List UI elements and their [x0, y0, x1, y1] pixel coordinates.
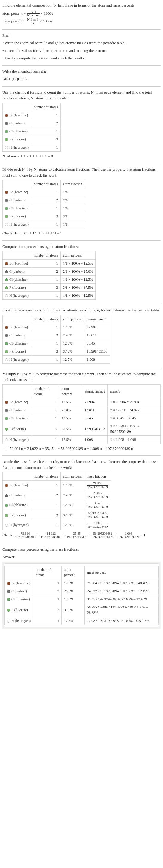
col-natoms: number of atoms — [31, 103, 60, 111]
element-dot-icon — [5, 438, 8, 441]
element-dot-icon — [5, 484, 8, 487]
cell-value: 1 — [31, 398, 59, 406]
element-dot-icon — [5, 294, 8, 298]
element-name: Br (bromine) — [9, 483, 28, 487]
cell-value: 1 — [31, 127, 60, 135]
cell-value: 3 × 18.998403163 = 56.995209489 — [108, 422, 161, 435]
cell-value: 1/8 × 100% = 12.5% — [61, 292, 96, 300]
element-dot-icon — [5, 138, 8, 141]
element-name: Cl (chlorine) — [9, 277, 28, 282]
element-dot-icon — [5, 270, 8, 273]
divider — [2, 29, 161, 30]
divider — [2, 86, 161, 87]
col-natoms: number of atoms — [31, 384, 59, 398]
atom-fractions-table: number of atomsatom fraction Br (bromine… — [2, 180, 85, 228]
atom-percent-label: atom percent = — [2, 11, 26, 16]
cell-value: 1 — [31, 414, 59, 422]
col-apct: atom percent — [61, 565, 84, 579]
cell-value: 1 — [31, 188, 60, 196]
element-name: F (fluorine) — [9, 349, 26, 353]
divider — [2, 543, 161, 544]
cell-value: 25.0% — [61, 490, 84, 500]
cell-value: 1 — [31, 339, 60, 347]
col-apct: atom percent — [61, 315, 84, 323]
answer-box: number of atomsatom percentmass percent … — [2, 562, 161, 629]
cell-value: 12.5% — [61, 500, 84, 510]
element-name: C (carbon) — [9, 493, 25, 497]
cell-value: 24.022197.379209489 — [84, 490, 111, 500]
cell-value: 12.5% — [61, 323, 84, 331]
cell-value: 12.5% — [61, 617, 84, 625]
cell-value: 1 — [31, 323, 60, 331]
element-dot-icon — [5, 417, 8, 420]
cell-value: 2 — [31, 490, 60, 500]
cell-value: 1.008 / 197.379209489 × 100% = 0.5107% — [84, 617, 158, 625]
chemical-formula-block: Write the chemical formula: BrCH(Cl)CF_3 — [2, 69, 161, 82]
cell-value: 37.5% — [59, 422, 82, 435]
atom-fractions-block: Divide each N_i by N_atoms to calculate … — [2, 166, 161, 236]
cell-value: 2 — [31, 119, 60, 127]
cell-value: 1 — [31, 276, 60, 284]
cell-value: 3 — [31, 347, 60, 355]
element-dot-icon — [7, 609, 10, 612]
cell-value: 12.5% — [61, 520, 84, 530]
element-name: F (fluorine) — [9, 137, 26, 142]
element-name: F (fluorine) — [9, 513, 26, 517]
cell-value: 1 — [31, 435, 59, 443]
mfrac-check: Check: 79.904197.379209489 + 24.022197.3… — [2, 532, 161, 539]
element-dot-icon — [5, 350, 8, 353]
cell-value: 1 — [31, 480, 60, 490]
cell-value: 1 — [33, 617, 61, 625]
element-dot-icon — [5, 223, 8, 226]
cell-value: 12.5% — [59, 398, 82, 406]
element-dot-icon — [5, 358, 8, 361]
cell-value: 12.5% — [61, 595, 84, 603]
element-dot-icon — [5, 278, 8, 281]
cell-value: 12.5% — [61, 355, 84, 363]
atom-percent-formula: atom percent = N_i N_atoms × 100% — [2, 10, 161, 17]
amass-intro: Look up the atomic mass, m_i, in unified… — [2, 307, 161, 313]
element-name: F (fluorine) — [11, 608, 28, 612]
cell-value: 25.0% — [59, 406, 82, 414]
element-dot-icon — [5, 286, 8, 289]
col-apct: atom percent — [59, 384, 82, 398]
cell-value: 1/8 × 100% = 12.5% — [61, 276, 96, 284]
element-dot-icon — [5, 199, 8, 202]
cell-value: 1 — [31, 292, 60, 300]
cell-value: 1 — [31, 143, 60, 151]
element-name: H (hydrogen) — [9, 523, 29, 527]
atoms-count-table: number of atoms Br (bromine)1 C (carbon)… — [2, 103, 61, 152]
count-atoms-block: Use the chemical formula to count the nu… — [2, 90, 161, 159]
divider — [2, 163, 161, 163]
cell-value: 35.45 — [82, 414, 108, 422]
cell-value: 3 — [31, 422, 59, 435]
element-name: H (hydrogen) — [9, 357, 29, 362]
cell-value: 1.008 — [82, 435, 108, 443]
element-name: Br (bromine) — [11, 581, 30, 585]
cell-value: 2 — [31, 196, 60, 204]
cell-value: 1 — [31, 500, 60, 510]
element-dot-icon — [5, 262, 8, 265]
cell-value: 1 — [31, 520, 60, 530]
col-amass: atomic mass/u — [82, 384, 108, 398]
cell-value: 25.0% — [61, 587, 84, 595]
element-name: F (fluorine) — [9, 214, 26, 218]
cell-value: 12.011 — [82, 406, 108, 414]
plan-bullet-3: • Finally, compute the percents and chec… — [2, 55, 161, 61]
check-eq: = 1 — [140, 533, 145, 537]
formula-text: Write the chemical formula: — [2, 69, 161, 74]
atomic-mass-block: Look up the atomic mass, m_i, in unified… — [2, 307, 161, 364]
mass-percents-block: Compute mass percents using the mass fra… — [2, 547, 161, 629]
mass-percent-label: mass percent = — [2, 19, 26, 23]
cell-value: 3 — [33, 603, 61, 617]
cell-value: 12.5% — [61, 339, 84, 347]
plan-bullet-1: • Write the chemical formula and gather … — [2, 40, 161, 46]
mass-percent-formula: mass percent = N_i m_i m × 100% — [2, 18, 161, 25]
cell-value: 2 — [31, 268, 60, 276]
element-name: C (carbon) — [9, 198, 25, 202]
massu-intro: Multiply N_i by m_i to compute the mass … — [2, 371, 161, 383]
cell-value: 79.904 / 197.379209489 × 100% = 40.48% — [84, 579, 158, 587]
cell-value: 2/8 × 100% = 25.0% — [61, 268, 96, 276]
cell-value: 35.45197.379209489 — [84, 500, 111, 510]
cell-value: 3 — [31, 510, 60, 520]
